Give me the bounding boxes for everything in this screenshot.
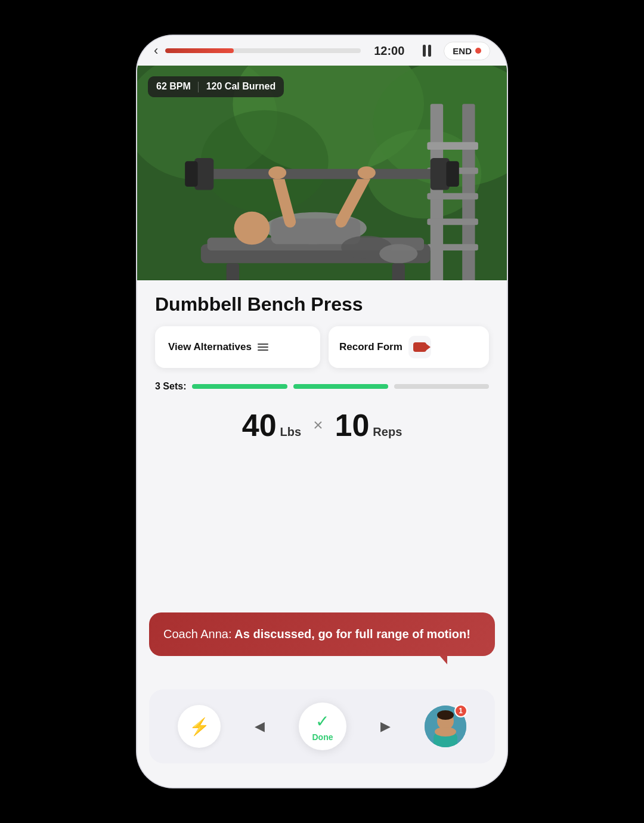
svg-rect-26 <box>446 161 459 187</box>
svg-point-28 <box>358 166 376 179</box>
workout-timer: 12:00 <box>374 44 404 58</box>
coach-message-body: As discussed, go for full range of motio… <box>232 627 470 641</box>
done-button[interactable]: ✓ Done <box>299 703 346 750</box>
separator: × <box>313 416 323 435</box>
pause-icon <box>423 45 431 57</box>
prev-exercise-button[interactable]: ◀ <box>255 719 265 734</box>
done-check-icon: ✓ <box>315 711 329 731</box>
workout-progress-bar <box>165 48 361 53</box>
bpm-badge: 62 BPM 120 Cal Burned <box>148 76 284 97</box>
energy-button[interactable]: ⚡ <box>178 705 221 748</box>
set-bar-3 <box>394 384 489 389</box>
next-exercise-button[interactable]: ▶ <box>380 719 391 734</box>
action-buttons: View Alternatives Record Form <box>155 326 489 368</box>
reps-unit: Reps <box>373 425 402 439</box>
stats-overlay: 62 BPM 120 Cal Burned <box>148 76 284 97</box>
weight-unit: Lbs <box>280 425 302 439</box>
svg-point-30 <box>379 244 417 263</box>
svg-point-27 <box>268 166 286 179</box>
coach-message-bubble: Coach Anna: As discussed, go for full ra… <box>149 612 495 656</box>
menu-icon <box>258 344 268 351</box>
svg-point-33 <box>437 710 454 720</box>
end-button[interactable]: END <box>444 42 490 60</box>
view-alternatives-label: View Alternatives <box>168 341 252 353</box>
svg-point-4 <box>201 110 329 212</box>
notification-badge: 1 <box>454 704 467 717</box>
svg-point-35 <box>435 727 456 737</box>
end-dot-icon <box>475 48 481 54</box>
workout-metrics: 40 Lbs × 10 Reps <box>137 401 507 455</box>
record-form-button[interactable]: Record Form <box>329 326 489 368</box>
coach-avatar-button[interactable]: 1 <box>425 706 466 747</box>
sets-bars <box>192 384 489 389</box>
set-bar-1 <box>192 384 287 389</box>
coach-text: Coach Anna: As discussed, go for full ra… <box>163 626 481 643</box>
phone-frame: ‹ 12:00 END <box>137 36 507 787</box>
svg-rect-6 <box>431 104 443 280</box>
svg-rect-15 <box>227 263 239 280</box>
exercise-image: 62 BPM 120 Cal Burned <box>137 66 507 280</box>
record-form-label: Record Form <box>339 341 402 353</box>
exercise-info: Dumbbell Bench Press View Alternatives R… <box>137 280 507 368</box>
end-label: END <box>453 46 472 56</box>
exercise-title: Dumbbell Bench Press <box>155 293 489 315</box>
record-camera-icon <box>408 336 431 358</box>
svg-rect-12 <box>427 244 478 250</box>
back-button[interactable]: ‹ <box>154 43 158 58</box>
lightning-icon: ⚡ <box>189 717 210 737</box>
weight-value: 40 <box>242 407 277 443</box>
svg-point-18 <box>234 212 270 245</box>
sets-section: 3 Sets: <box>137 381 507 392</box>
coach-name: Coach Anna: <box>163 627 232 641</box>
reps-value: 10 <box>335 407 370 443</box>
reps-metric: 10 Reps <box>335 407 402 443</box>
done-label: Done <box>312 732 333 742</box>
sets-label: 3 Sets: <box>155 381 489 392</box>
progress-fill <box>165 48 234 53</box>
svg-rect-10 <box>427 193 478 200</box>
bottom-action-bar: ⚡ ◀ ✓ Done ▶ <box>149 689 495 763</box>
svg-rect-8 <box>427 142 478 150</box>
svg-rect-24 <box>185 161 197 187</box>
svg-rect-11 <box>427 219 478 225</box>
nav-bar: ‹ 12:00 END <box>137 36 507 66</box>
set-bar-2 <box>293 384 388 389</box>
pause-button[interactable] <box>417 41 436 60</box>
weight-metric: 40 Lbs <box>242 407 301 443</box>
svg-rect-7 <box>462 104 475 280</box>
svg-rect-22 <box>201 169 443 179</box>
view-alternatives-button[interactable]: View Alternatives <box>155 326 320 368</box>
svg-rect-16 <box>392 263 405 280</box>
